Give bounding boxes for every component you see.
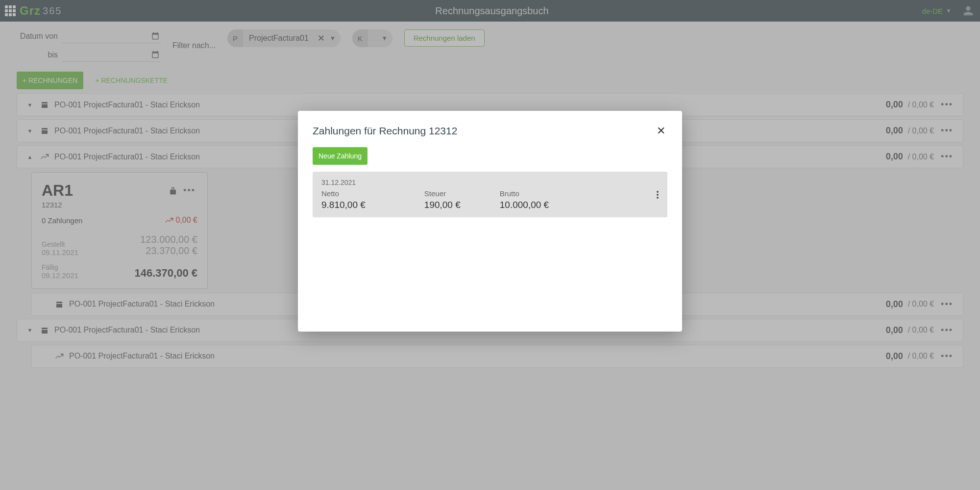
steuer-label: Steuer	[424, 189, 461, 198]
steuer-value: 190,00 €	[424, 200, 461, 210]
new-payment-button[interactable]: Neue Zahlung	[313, 147, 368, 165]
modal-overlay[interactable]: Zahlungen für Rechnung 12312 ✕ Neue Zahl…	[0, 0, 980, 375]
netto-label: Netto	[321, 189, 366, 198]
payment-date: 31.12.2021	[321, 179, 659, 186]
more-vert-icon[interactable]	[657, 190, 659, 200]
payments-modal: Zahlungen für Rechnung 12312 ✕ Neue Zahl…	[298, 111, 682, 332]
close-icon[interactable]: ✕	[655, 123, 667, 139]
payment-row[interactable]: 31.12.2021 Netto 9.810,00 € Steuer 190,0…	[313, 172, 667, 217]
brutto-label: Brutto	[500, 189, 549, 198]
brutto-value: 10.000,00 €	[500, 200, 549, 210]
netto-value: 9.810,00 €	[321, 200, 366, 210]
modal-title: Zahlungen für Rechnung 12312	[313, 125, 457, 137]
